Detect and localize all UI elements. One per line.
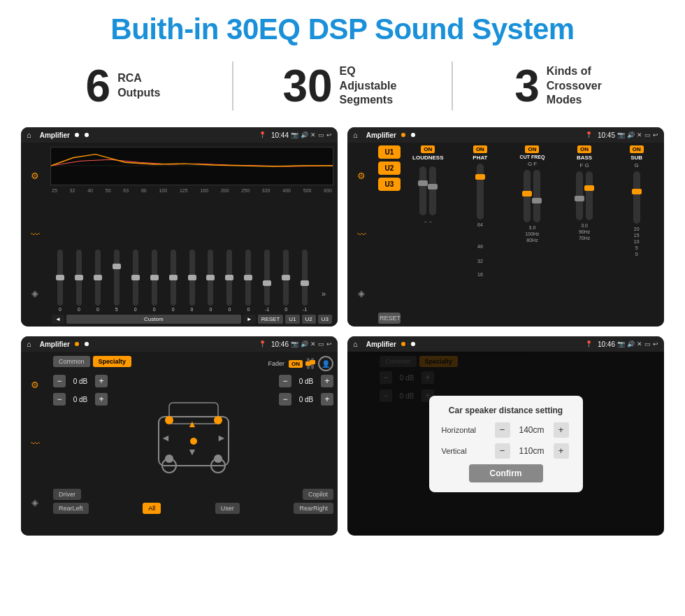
eq-u2-btn[interactable]: U2 (302, 315, 316, 324)
amp-slider-loudness-r[interactable] (429, 166, 436, 215)
back-icon-2: ↩ (653, 131, 658, 138)
cs-minus-4[interactable]: − (279, 393, 291, 406)
amp-icon-speaker[interactable]: ◈ (352, 284, 370, 302)
cs-minus-1[interactable]: − (53, 375, 66, 387)
amp-label-sub: SUB (630, 155, 642, 161)
eq-content: ⚙ 〰 ◈ 253240 506380 10 (21, 143, 338, 327)
eq-slider-14[interactable]: -1 (296, 250, 313, 312)
back-icon-1: ↩ (326, 131, 332, 138)
cs-minus-2[interactable]: − (53, 393, 66, 406)
eq-slider-3[interactable]: 0 (89, 250, 106, 312)
home-icon-3: ⌂ (27, 340, 31, 348)
amp-slider-bass-f[interactable] (576, 171, 583, 220)
user-icon-3[interactable]: 👤 (318, 356, 333, 371)
back-icon-4: ↩ (653, 341, 658, 348)
eq-u3-btn[interactable]: U3 (318, 315, 332, 324)
amp-ctrl-bass: ON BASS F G (560, 145, 610, 324)
cs-tab-specialty[interactable]: Specialty (93, 356, 132, 367)
eq-slider-11[interactable]: 0 (240, 250, 257, 312)
amp-reset[interactable]: RESET (378, 313, 401, 324)
eq-icon-wave[interactable]: 〰 (26, 225, 44, 243)
eq-slider-4[interactable]: 5 (108, 250, 125, 312)
screenshots-grid: ⌂ Amplifier 📍 10:44 📷 🔊 ✕ ▭ ↩ ⚙ 〰 (21, 127, 664, 536)
amp-icon-wave[interactable]: 〰 (352, 225, 370, 243)
eq-prev-btn[interactable]: ◄ (52, 315, 64, 324)
cs-rearright-btn[interactable]: RearRight (294, 503, 333, 514)
amp-u1-btn[interactable]: U1 (378, 145, 401, 159)
cs-copilot-btn[interactable]: Copilot (303, 489, 333, 500)
eq-icon-speaker[interactable]: ◈ (26, 284, 44, 302)
camera-icon-2: 📷 (617, 131, 625, 138)
amp-slider-sub[interactable] (633, 171, 640, 224)
amp-slider-bass-g[interactable] (586, 171, 593, 220)
cs-plus-2[interactable]: + (95, 393, 108, 406)
amp-u3-btn[interactable]: U3 (378, 178, 401, 191)
time-1: 10:44 (271, 131, 289, 139)
amp-slider-cutfreq-g[interactable] (524, 170, 531, 222)
csd-horizontal-plus[interactable]: + (554, 422, 569, 438)
eq-reset-btn[interactable]: RESET (258, 315, 284, 324)
eq-slider-12[interactable]: -1 (259, 250, 275, 312)
cs-plus-1[interactable]: + (95, 375, 108, 387)
status-dot-2a (401, 133, 405, 137)
csd-vertical-minus[interactable]: − (495, 443, 510, 459)
svg-point-13 (190, 438, 197, 445)
eq-slider-7[interactable]: 0 (165, 250, 182, 312)
eq-slider-13[interactable]: 0 (277, 250, 294, 312)
svg-text:▲: ▲ (187, 418, 197, 429)
amp-icon-eq[interactable]: ⚙ (352, 167, 370, 185)
eq-slider-10[interactable]: 0 (221, 250, 238, 312)
eq-slider-15[interactable]: » (315, 289, 332, 312)
cs-icon-speaker[interactable]: ◈ (26, 493, 44, 511)
eq-u1-btn[interactable]: U1 (285, 315, 299, 324)
svg-point-6 (214, 416, 222, 424)
csd-confirm-btn[interactable]: Confirm (469, 464, 543, 482)
csd-horizontal-minus[interactable]: − (495, 422, 510, 438)
amp-slider-loudness-l[interactable] (419, 166, 426, 215)
cs-icon-wave[interactable]: 〰 (26, 434, 44, 452)
screenshot-eq: ⌂ Amplifier 📍 10:44 📷 🔊 ✕ ▭ ↩ ⚙ 〰 (21, 127, 338, 327)
time-4: 10:46 (598, 341, 615, 348)
screenshot-csd: ⌂ Amplifier 📍 10:46 📷 🔊 ✕ ▭ ↩ (347, 336, 664, 536)
csd-vertical-value: 110cm (514, 446, 549, 456)
eq-graph (50, 147, 333, 185)
signal-icon-2: ✕ (637, 131, 642, 138)
eq-slider-1[interactable]: 0 (52, 250, 68, 312)
screenshot-amp: ⌂ Amplifier 📍 10:45 📷 🔊 ✕ ▭ ↩ ⚙ 〰 (347, 127, 664, 327)
eq-slider-8[interactable]: 0 (184, 250, 201, 312)
eq-icon-filter[interactable]: ⚙ (26, 167, 44, 185)
amp-val-phat: 64 (477, 222, 483, 227)
eq-slider-5[interactable]: 0 (127, 250, 144, 312)
amp-main-area: U1 U2 U3 RESET ON LOUDNESS (375, 143, 664, 327)
cs-plus-3[interactable]: + (321, 375, 333, 387)
csd-horizontal-row: Horizontal − 140cm + (442, 422, 570, 438)
status-icons-4: 📍 10:46 📷 🔊 ✕ ▭ ↩ (585, 341, 658, 348)
amp-controls-area: ON LOUDNESS (403, 145, 661, 324)
stat-divider-2 (452, 62, 453, 110)
csd-overlay: Car speaker distance setting Horizontal … (347, 352, 664, 536)
cs-right-controls: − 0 dB + − 0 dB + (279, 375, 333, 406)
amp-ctrl-loudness: ON LOUDNESS (403, 145, 453, 324)
stat-crossover: 3 Kinds ofCrossover Modes (460, 64, 664, 108)
cs-user-btn[interactable]: User (215, 503, 240, 514)
stat-number-crossover: 3 (514, 64, 540, 108)
cs-all-btn[interactable]: All (143, 503, 161, 514)
csd-vertical-plus[interactable]: + (554, 443, 569, 459)
cs-minus-3[interactable]: − (279, 375, 291, 387)
cs-icon-eq[interactable]: ⚙ (26, 376, 44, 394)
amp-slider-phat[interactable] (477, 164, 484, 220)
cs-rearleft-btn[interactable]: RearLeft (53, 503, 89, 514)
eq-custom-btn[interactable]: Custom (66, 315, 241, 324)
eq-slider-2[interactable]: 0 (71, 250, 87, 312)
cs-plus-4[interactable]: + (321, 393, 333, 406)
stat-rca: 6 RCAOutputs (21, 64, 225, 108)
eq-graph-svg (51, 148, 333, 185)
amp-u2-btn[interactable]: U2 (378, 162, 401, 175)
eq-slider-6[interactable]: 0 (146, 250, 163, 312)
cs-tab-common[interactable]: Common (53, 356, 90, 367)
cs-driver-btn[interactable]: Driver (53, 489, 81, 500)
eq-slider-9[interactable]: 0 (203, 250, 219, 312)
amp-slider-cutfreq-f[interactable] (533, 170, 540, 222)
amp-title-2: Amplifier (366, 131, 396, 139)
eq-next-btn[interactable]: ► (243, 315, 256, 324)
